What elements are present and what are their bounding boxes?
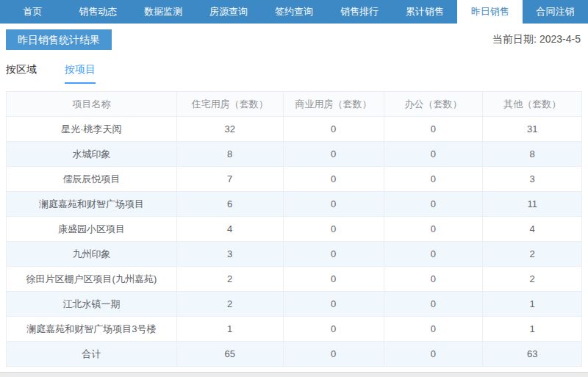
count-cell: 0	[384, 317, 483, 342]
project-name-cell: 康盛园小区项目	[7, 217, 177, 242]
nav-tab-listing-query[interactable]: 房源查询	[196, 0, 262, 24]
count-cell: 0	[384, 192, 483, 217]
nav-tab-sales-ranking[interactable]: 销售排行	[326, 0, 392, 24]
count-cell: 8	[176, 142, 283, 167]
table-row: 康盛园小区项目4004	[7, 217, 582, 242]
count-cell: 2	[176, 292, 283, 317]
table-row: 澜庭嘉苑和财智广场项目3号楼1001	[7, 317, 582, 342]
view-switch-tabs: 按区域 按项目	[6, 63, 582, 84]
sales-statistics-table: 项目名称 住宅用房（套数） 商业用房（套数） 办公（套数） 其他（套数） 星光·…	[6, 91, 582, 367]
count-cell: 0	[283, 267, 384, 292]
main-content: 昨日销售统计结果 当前日期:2023-4-5 按区域 按项目 项目名称 住宅用房…	[0, 29, 588, 367]
count-cell: 0	[384, 217, 483, 242]
count-cell: 0	[283, 167, 384, 192]
title-row: 昨日销售统计结果 当前日期:2023-4-5	[6, 29, 582, 50]
count-cell: 2	[483, 267, 582, 292]
count-cell: 63	[483, 342, 582, 367]
count-cell: 0	[384, 242, 483, 267]
nav-tab-contract-query[interactable]: 签约查询	[262, 0, 327, 24]
column-header-commercial: 商业用房（套数）	[283, 92, 384, 117]
tab-by-region[interactable]: 按区域	[6, 63, 37, 84]
count-cell: 1	[483, 317, 582, 342]
nav-tab-yesterday-sales[interactable]: 昨日销售	[457, 0, 523, 24]
count-cell: 7	[176, 167, 283, 192]
count-cell: 0	[384, 142, 483, 167]
project-name-cell: 九州印象	[7, 242, 177, 267]
count-cell: 0	[283, 192, 384, 217]
current-date-value: 2023-4-5	[539, 33, 581, 45]
count-cell: 65	[176, 342, 283, 367]
table-row: 水城印象8008	[7, 142, 582, 167]
table-row: 星光·桃李天阅320031	[7, 117, 582, 142]
count-cell: 31	[483, 117, 582, 142]
count-cell: 2	[483, 242, 582, 267]
count-cell: 0	[283, 242, 384, 267]
count-cell: 0	[384, 342, 483, 367]
total-row: 合计650063	[7, 342, 582, 367]
tab-by-project[interactable]: 按项目	[65, 63, 96, 84]
column-header-residential: 住宅用房（套数）	[176, 92, 283, 117]
table-row: 九州印象3002	[7, 242, 582, 267]
count-cell: 0	[384, 292, 483, 317]
count-cell: 0	[283, 217, 384, 242]
count-cell: 3	[483, 167, 582, 192]
project-name-cell: 澜庭嘉苑和财智广场项目3号楼	[7, 317, 177, 342]
count-cell: 1	[483, 292, 582, 317]
count-cell: 0	[384, 117, 483, 142]
project-name-cell: 澜庭嘉苑和财智广场项目	[7, 192, 177, 217]
count-cell: 0	[283, 317, 384, 342]
top-navigation: 首页 销售动态 数据监测 房源查询 签约查询 销售排行 累计销售 昨日销售 合同…	[0, 0, 588, 24]
count-cell: 11	[483, 192, 582, 217]
count-cell: 0	[283, 142, 384, 167]
current-date: 当前日期:2023-4-5	[492, 33, 582, 46]
table-header-row: 项目名称 住宅用房（套数） 商业用房（套数） 办公（套数） 其他（套数）	[7, 92, 582, 117]
column-header-office: 办公（套数）	[384, 92, 483, 117]
nav-tab-data-monitoring[interactable]: 数据监测	[131, 0, 196, 24]
table-row: 澜庭嘉苑和财智广场项目60011	[7, 192, 582, 217]
current-date-label: 当前日期:	[492, 33, 537, 45]
project-name-cell: 徐田片区棚户区项目(九州嘉苑)	[7, 267, 177, 292]
count-cell: 0	[384, 267, 483, 292]
project-name-cell: 儒辰辰悦项目	[7, 167, 177, 192]
project-name-cell: 合计	[7, 342, 177, 367]
count-cell: 32	[176, 117, 283, 142]
table-row: 江北水镇一期2001	[7, 292, 582, 317]
count-cell: 4	[176, 217, 283, 242]
bottom-strip	[0, 372, 588, 377]
project-name-cell: 江北水镇一期	[7, 292, 177, 317]
table-row: 儒辰辰悦项目7003	[7, 167, 582, 192]
count-cell: 2	[176, 267, 283, 292]
count-cell: 6	[176, 192, 283, 217]
project-name-cell: 水城印象	[7, 142, 177, 167]
count-cell: 8	[483, 142, 582, 167]
count-cell: 4	[483, 217, 582, 242]
count-cell: 0	[283, 292, 384, 317]
count-cell: 1	[176, 317, 283, 342]
count-cell: 0	[283, 342, 384, 367]
nav-tab-home[interactable]: 首页	[0, 0, 65, 24]
column-header-other: 其他（套数）	[483, 92, 582, 117]
table-row: 徐田片区棚户区项目(九州嘉苑)2002	[7, 267, 582, 292]
column-header-project-name: 项目名称	[7, 92, 177, 117]
table-body: 星光·桃李天阅320031水城印象8008儒辰辰悦项目7003澜庭嘉苑和财智广场…	[7, 117, 582, 367]
count-cell: 3	[176, 242, 283, 267]
count-cell: 0	[283, 117, 384, 142]
nav-tab-sales-dynamics[interactable]: 销售动态	[65, 0, 131, 24]
nav-tab-contract-cancellation[interactable]: 合同注销	[523, 0, 588, 24]
nav-tab-cumulative-sales[interactable]: 累计销售	[392, 0, 457, 24]
project-name-cell: 星光·桃李天阅	[7, 117, 177, 142]
count-cell: 0	[384, 167, 483, 192]
page-title: 昨日销售统计结果	[6, 29, 112, 50]
